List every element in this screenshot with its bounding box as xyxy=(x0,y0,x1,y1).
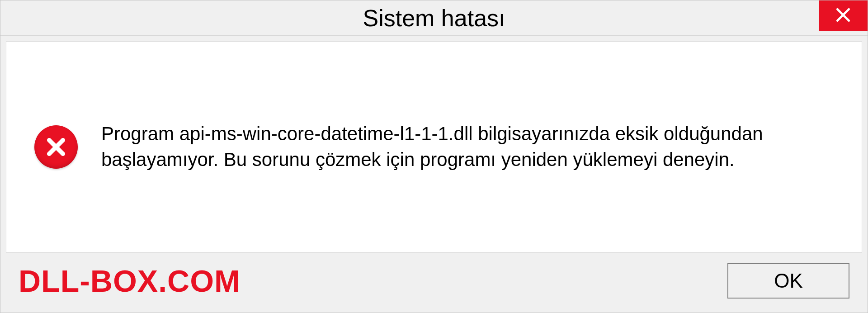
error-icon xyxy=(33,124,79,170)
error-dialog: Sistem hatası Program api-ms-win-core-da… xyxy=(0,0,868,313)
dialog-title: Sistem hatası xyxy=(363,5,505,32)
ok-button[interactable]: OK xyxy=(727,263,849,299)
watermark-text: DLL-BOX.COM xyxy=(19,263,241,299)
error-message: Program api-ms-win-core-datetime-l1-1-1.… xyxy=(101,121,835,172)
titlebar: Sistem hatası xyxy=(0,0,868,36)
content-area: Program api-ms-win-core-datetime-l1-1-1.… xyxy=(6,41,862,253)
close-icon xyxy=(835,6,852,25)
close-button[interactable] xyxy=(819,0,868,31)
footer: DLL-BOX.COM OK xyxy=(0,258,868,313)
